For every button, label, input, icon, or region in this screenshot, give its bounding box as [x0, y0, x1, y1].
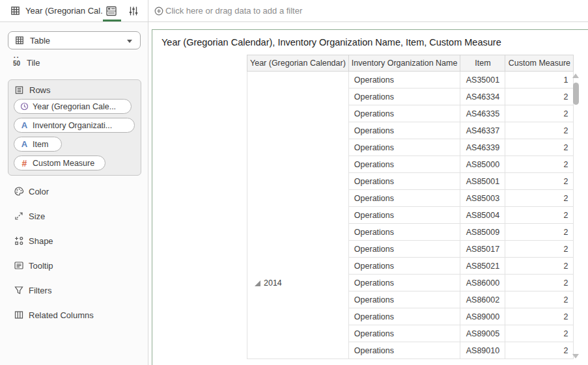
cell-item[interactable]: AS89010: [460, 342, 505, 359]
pill-label: Year (Gregorian Cale...: [33, 102, 116, 111]
cell-measure[interactable]: 2: [505, 173, 574, 190]
columns-icon: [13, 310, 24, 321]
cell-item[interactable]: AS89000: [460, 308, 505, 325]
pill-label: Custom Measure: [33, 159, 94, 168]
viz-type-value: Table: [30, 36, 50, 46]
cell-item[interactable]: AS85009: [460, 224, 505, 241]
cell-item[interactable]: AS85000: [460, 156, 505, 173]
shape-icon: [13, 236, 24, 247]
funnel-icon: [13, 285, 24, 296]
properties-sliders-icon: [128, 5, 139, 17]
cell-org[interactable]: Operations: [348, 275, 460, 291]
cell-item[interactable]: AS46335: [460, 105, 505, 122]
table-viz-icon: [15, 36, 24, 45]
pill-label: Inventory Organizati...: [33, 121, 112, 130]
cell-org[interactable]: Operations: [348, 241, 460, 258]
viz-tab-title[interactable]: Year (Gregorian Cal...: [25, 6, 102, 16]
scrollbar-thumb[interactable]: [573, 83, 579, 105]
cell-org[interactable]: Operations: [348, 139, 460, 156]
cell-item[interactable]: AS85003: [460, 190, 505, 207]
sidebar-item-label: Size: [29, 211, 45, 221]
add-filter-plus-icon[interactable]: [154, 7, 163, 16]
cell-org[interactable]: Operations: [348, 156, 460, 173]
cell-item[interactable]: AS86000: [460, 275, 505, 291]
cell-measure[interactable]: 2: [505, 156, 574, 173]
cell-measure[interactable]: 2: [505, 207, 574, 224]
table-body: 2014OperationsAS350011OperationsAS463342…: [247, 72, 574, 359]
cell-org[interactable]: Operations: [348, 207, 460, 224]
year-group-cell[interactable]: 2014: [247, 72, 349, 359]
cell-measure[interactable]: 2: [505, 258, 574, 275]
cell-measure[interactable]: 2: [505, 122, 574, 139]
column-header-measure[interactable]: Custom Measure: [505, 55, 574, 72]
year-group-value: 2014: [264, 278, 282, 288]
cell-item[interactable]: AS46334: [460, 88, 505, 105]
sidebar-item-filters[interactable]: Filters: [0, 283, 148, 297]
cell-measure[interactable]: 2: [505, 291, 574, 308]
cell-item[interactable]: AS85001: [460, 173, 505, 190]
cell-org[interactable]: Operations: [348, 190, 460, 207]
cell-item[interactable]: AS46339: [460, 139, 505, 156]
workbook-canvas: Year (Gregorian Cal...: [0, 0, 588, 365]
cell-item[interactable]: AS86002: [460, 291, 505, 308]
cell-measure[interactable]: 2: [505, 88, 574, 105]
grammar-panel-tab[interactable]: [105, 5, 117, 17]
cell-item[interactable]: AS85021: [460, 258, 505, 275]
cell-item[interactable]: AS46337: [460, 122, 505, 139]
cell-org[interactable]: Operations: [348, 342, 460, 359]
vertical-scrollbar[interactable]: [570, 72, 581, 360]
tile-target[interactable]: ·· 50 Tile: [13, 56, 40, 69]
cell-measure[interactable]: 1: [505, 72, 574, 88]
cell-measure[interactable]: 2: [505, 139, 574, 156]
pivot-table: Year (Gregorian Calendar) Inventory Orga…: [247, 55, 574, 359]
cell-org[interactable]: Operations: [348, 72, 460, 88]
rows-pill-inventory-org[interactable]: A Inventory Organizati...: [14, 118, 135, 133]
sidebar-item-label: Shape: [29, 236, 53, 246]
cell-org[interactable]: Operations: [348, 105, 460, 122]
cell-item[interactable]: AS35001: [460, 72, 505, 88]
filter-bar[interactable]: Click here or drag data to add a filter: [149, 0, 588, 21]
cell-measure[interactable]: 2: [505, 105, 574, 122]
cell-org[interactable]: Operations: [348, 173, 460, 190]
cell-measure[interactable]: 2: [505, 224, 574, 241]
cell-measure[interactable]: 2: [505, 308, 574, 325]
table-visualization-panel[interactable]: Year (Gregorian Calendar), Inventory Org…: [152, 29, 588, 365]
tile-label: Tile: [27, 58, 40, 68]
cell-item[interactable]: AS85017: [460, 241, 505, 258]
cell-org[interactable]: Operations: [348, 258, 460, 275]
sidebar-item-label: Filters: [29, 286, 51, 295]
sidebar-item-size[interactable]: Size: [0, 209, 148, 223]
cell-org[interactable]: Operations: [348, 122, 460, 139]
rows-pill-year[interactable]: Year (Gregorian Cale...: [14, 99, 132, 114]
year-group-label[interactable]: 2014: [255, 278, 282, 288]
cell-measure[interactable]: 2: [505, 241, 574, 258]
viz-type-dropdown[interactable]: Table: [8, 31, 141, 49]
cell-org[interactable]: Operations: [348, 308, 460, 325]
scroll-down-arrow-icon[interactable]: [572, 354, 579, 358]
cell-org[interactable]: Operations: [348, 88, 460, 105]
size-arrow-icon: [13, 211, 24, 222]
rows-pill-custom-measure[interactable]: # Custom Measure: [14, 155, 105, 170]
sidebar-item-shape[interactable]: Shape: [0, 234, 148, 248]
measure-hash-icon: #: [20, 158, 29, 169]
scroll-up-arrow-icon[interactable]: [572, 74, 579, 78]
rows-pill-item[interactable]: A Item: [14, 137, 62, 152]
cell-measure[interactable]: 2: [505, 325, 574, 342]
cell-measure[interactable]: 2: [505, 275, 574, 291]
cell-org[interactable]: Operations: [348, 325, 460, 342]
cell-item[interactable]: AS85004: [460, 207, 505, 224]
cell-measure[interactable]: 2: [505, 190, 574, 207]
column-header-item[interactable]: Item: [460, 55, 505, 72]
column-header-org[interactable]: Inventory Organization Name: [348, 55, 460, 72]
table-row[interactable]: 2014OperationsAS350011: [247, 72, 574, 88]
properties-panel-tab[interactable]: [128, 5, 139, 17]
sidebar-item-related-columns[interactable]: Related Columns: [0, 308, 148, 322]
cell-item[interactable]: AS89005: [460, 325, 505, 342]
cell-org[interactable]: Operations: [348, 224, 460, 241]
viz-tab-strip: Year (Gregorian Cal...: [0, 0, 148, 21]
sidebar-item-color[interactable]: Color: [0, 184, 148, 198]
sidebar-item-tooltip[interactable]: Tooltip: [0, 258, 148, 273]
cell-measure[interactable]: 2: [505, 342, 574, 359]
column-header-year[interactable]: Year (Gregorian Calendar): [247, 55, 349, 72]
cell-org[interactable]: Operations: [348, 291, 460, 308]
